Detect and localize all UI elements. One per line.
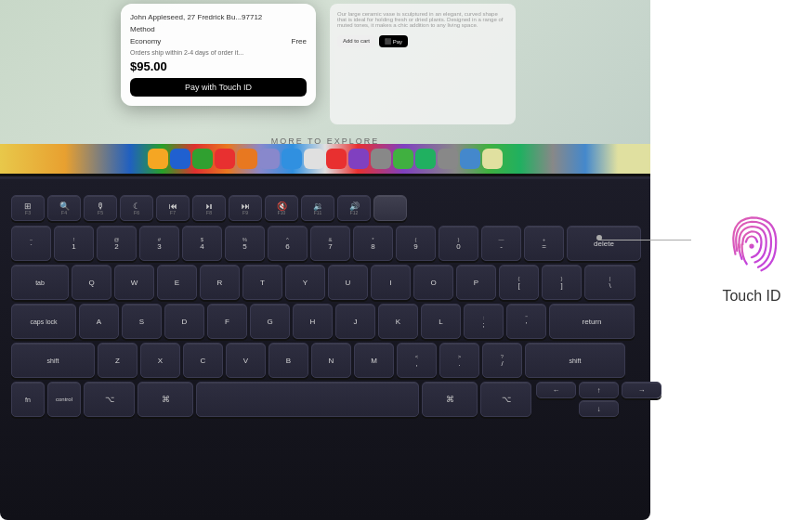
key-left-shift[interactable]: shift [11,343,95,378]
key-4[interactable]: $ 4 [182,226,222,261]
key-a[interactable]: A [79,304,119,339]
key-f4[interactable]: 🔍 F4 [47,195,81,221]
key-v[interactable]: V [226,343,266,378]
dock-store-icon[interactable] [460,149,480,169]
add-to-cart-button[interactable]: Add to cart [337,35,375,47]
key-e[interactable]: E [157,265,197,300]
dock-mail-icon[interactable] [215,149,235,169]
key-minus[interactable]: — - [481,226,521,261]
key-open-bracket[interactable]: { [ [499,265,539,300]
key-7[interactable]: & 7 [310,226,350,261]
key-u[interactable]: U [328,265,368,300]
dock-podcast-icon[interactable] [348,149,369,169]
key-equals[interactable]: + = [524,226,564,261]
key-comma[interactable]: < , [397,343,437,378]
key-i[interactable]: I [371,265,411,300]
key-semicolon[interactable]: : ; [464,304,504,339]
key-9[interactable]: ( 9 [396,226,436,261]
key-2[interactable]: @ 2 [97,226,137,261]
key-f11[interactable]: 🔉 F11 [301,195,334,221]
dock-numbers-icon[interactable] [393,149,413,169]
key-f3[interactable]: ⊞ F3 [11,195,45,221]
key-arrow-down[interactable]: ↓ [579,400,619,417]
key-p[interactable]: P [456,265,496,300]
key-control[interactable]: control [47,382,81,417]
key-f7[interactable]: ⏮ F7 [156,195,190,221]
bottom-row: fn control ⌥ ⌘ ⌘ ⌥ ← ↑ [11,382,624,417]
key-f5[interactable]: 🎙 F5 [84,195,117,221]
key-1[interactable]: ! 1 [54,226,94,261]
dock-settings-icon[interactable] [304,149,324,169]
key-close-bracket[interactable]: } ] [542,265,582,300]
key-8[interactable]: * 8 [353,226,393,261]
key-x[interactable]: X [140,343,180,378]
qwerty-row: tab Q W E R T Y U I O P { [ } ] | \ [11,265,624,300]
svg-point-0 [749,243,753,248]
key-d[interactable]: D [164,304,204,339]
dock-safari-icon[interactable] [170,149,190,169]
arrow-up-down: ↑ ↓ [579,382,619,417]
arrow-cluster: ← ↑ ↓ → [536,382,661,417]
dock-facetime-icon[interactable] [282,149,302,169]
key-g[interactable]: G [250,304,290,339]
key-f6[interactable]: ☾ F6 [120,195,153,221]
key-right-option[interactable]: ⌥ [480,382,531,417]
dock-messages-icon[interactable] [192,149,213,169]
dock-tv-icon[interactable] [371,149,391,169]
touchid-power-button[interactable] [373,195,407,221]
key-capslock[interactable]: caps lock [11,304,76,339]
key-backtick[interactable]: ~ ` [11,226,51,261]
key-f12[interactable]: 🔊 F12 [337,195,371,221]
key-j[interactable]: J [335,304,375,339]
key-spacebar[interactable] [196,382,419,417]
key-b[interactable]: B [268,343,308,378]
key-w[interactable]: W [114,265,154,300]
dock-photos-icon[interactable] [237,149,257,169]
key-5[interactable]: % 5 [225,226,265,261]
key-left-command[interactable]: ⌘ [138,382,193,417]
key-fn[interactable]: fn [11,382,45,417]
key-arrow-left[interactable]: ← [536,382,576,398]
key-period[interactable]: > . [439,343,479,378]
key-f[interactable]: F [207,304,247,339]
key-arrow-up[interactable]: ↑ [579,382,619,398]
key-left-option[interactable]: ⌥ [84,382,135,417]
key-delete[interactable]: delete [567,226,641,261]
key-l[interactable]: L [421,304,461,339]
pay-with-touchid-button[interactable]: Pay with Touch ID [130,78,307,97]
key-o[interactable]: O [413,265,453,300]
key-tab[interactable]: tab [11,265,69,300]
key-s[interactable]: S [122,304,162,339]
key-6[interactable]: ^ 6 [268,226,308,261]
key-h[interactable]: H [293,304,333,339]
dock-misc-icon[interactable] [482,149,503,169]
dock-youtube-icon[interactable] [326,149,347,169]
key-f8[interactable]: ⏯ F8 [192,195,226,221]
dock-finder-icon[interactable] [148,149,168,169]
key-c[interactable]: C [183,343,223,378]
key-backslash[interactable]: | \ [584,265,635,300]
key-q[interactable]: Q [72,265,111,300]
dock-xcode-icon[interactable] [438,149,458,169]
key-right-shift[interactable]: shift [525,343,625,378]
key-quote[interactable]: " ' [506,304,546,339]
key-arrow-right[interactable]: → [622,382,661,398]
key-y[interactable]: Y [285,265,325,300]
key-3[interactable]: # 3 [139,226,179,261]
key-right-command[interactable]: ⌘ [422,382,478,417]
dock-keynote-icon[interactable] [415,149,436,169]
shipping-detail: Orders ship within 2-4 days of order it.… [130,49,307,56]
key-t[interactable]: T [242,265,282,300]
key-k[interactable]: K [378,304,418,339]
key-z[interactable]: Z [98,343,138,378]
key-0[interactable]: ) 0 [439,226,478,261]
apple-pay-button[interactable]: ⬛ Pay [379,35,408,47]
dock-music-icon[interactable] [259,149,280,169]
key-n[interactable]: N [311,343,351,378]
key-return[interactable]: return [549,304,635,339]
key-slash[interactable]: ? / [482,343,522,378]
key-r[interactable]: R [200,265,240,300]
key-f9[interactable]: ⏭ F9 [229,195,262,221]
key-m[interactable]: M [354,343,394,378]
key-f10[interactable]: 🔇 F10 [265,195,298,221]
